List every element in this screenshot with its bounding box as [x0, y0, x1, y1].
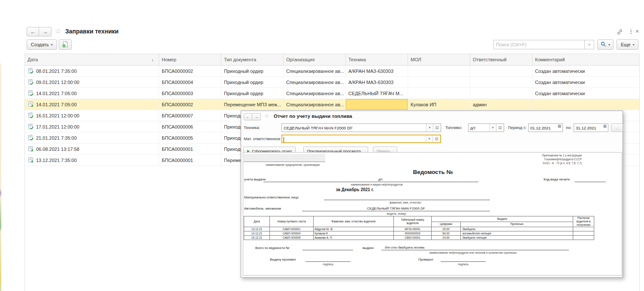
chevron-down-icon: ▾: [608, 43, 610, 47]
cell-responsible: админ: [470, 99, 532, 110]
dialog-back-button[interactable]: ←: [244, 113, 252, 120]
vehicle-dropdown-icon[interactable]: ▾: [426, 124, 433, 132]
column-header-responsible[interactable]: Ответственный: [470, 54, 532, 65]
cell-comment: Создан автоматически: [532, 88, 639, 99]
cell-vehicle: А/КРАН МАЗ-630303: [346, 66, 408, 76]
period-from-input[interactable]: [529, 124, 556, 132]
table-row[interactable]: 09.01.2021 12:00:00БПСА0000004Приходный …: [25, 77, 639, 88]
table-row[interactable]: 08.01.2021 7:35:00БПСА0000002Приходный о…: [25, 66, 639, 77]
page-title: Заправки техники: [65, 28, 118, 35]
document-posted-icon: [27, 79, 36, 85]
calendar-icon[interactable]: ▦: [602, 124, 608, 132]
report-title: Ведомость №: [243, 169, 623, 175]
report-cell-driver: Абдулов Ю. В.: [314, 227, 394, 231]
mol-filter-input[interactable]: [284, 135, 426, 142]
vehicle-filter-input[interactable]: [282, 124, 426, 132]
dialog-forward-button[interactable]: →: [252, 113, 261, 120]
copy-document-button[interactable]: [59, 39, 72, 50]
cell-date: 08.01.2021 7:35:00: [25, 66, 159, 76]
fuel-dropdown-icon[interactable]: ▾: [489, 124, 496, 132]
cell-vehicle: А/КРАН МАЗ-630303: [346, 77, 408, 87]
column-header-organization[interactable]: Организация: [284, 54, 346, 65]
close-window-icon[interactable]: ×: [635, 28, 639, 35]
cell-vehicle: СЕДЕЛЬНЫЙ ТЯГАЧ М...: [346, 88, 408, 99]
print-code-label: Код вида печати: [544, 177, 570, 181]
report-cell-date: 15.12.21: [244, 236, 270, 240]
vehicle-filter-label: Техника:: [244, 125, 260, 130]
mol-open-icon[interactable]: ⊡: [432, 135, 440, 142]
appendix-line: Госкомнефтепродукта СССР: [542, 157, 582, 161]
column-header-number[interactable]: Номер: [159, 54, 221, 65]
mol-filter-field: ▾ ⊡: [281, 135, 441, 143]
column-label: Номер: [162, 57, 176, 62]
report-col-receipt: Расписка водителя в получении: [573, 216, 594, 227]
table-row[interactable]: 14.01.2021 7:05:00БПСА0000002Перемещение…: [25, 99, 639, 110]
column-header-comment[interactable]: Комментарий: [532, 54, 639, 65]
search-group: ×: [493, 40, 594, 49]
cell-date: 16.01.2021 12:00:00: [25, 110, 159, 121]
report-cell-words: восемьдесят четыре: [461, 231, 573, 236]
table-row[interactable]: 14.01.2021 7:05:00БПСА0000003Приходный о…: [25, 88, 639, 99]
more-button-label: Еще: [621, 42, 630, 47]
report-period: за Декабрь 2021 г.: [290, 187, 419, 192]
report-vehicle-label: Автомобиль, механизм: [244, 207, 281, 210]
report-table: Дата Номер путевого листа Фамилия, имя, …: [244, 216, 594, 240]
total-sublabel: наименование нефтепродукта или талонов и…: [387, 251, 559, 254]
period-to-input[interactable]: [574, 124, 602, 132]
favorite-star-icon[interactable]: ☆: [55, 27, 61, 35]
cell-organization: Специализированное ав...: [284, 99, 346, 110]
column-header-date[interactable]: Дата ↓: [25, 54, 159, 65]
appendix-note: Приложение № 1 к инструкции Госкомнефтеп…: [542, 153, 582, 165]
cell-date: 21.01.2021 7:35:00: [25, 132, 159, 143]
document-moved-icon: [27, 157, 36, 163]
fuel-value-on-line: д/т: [355, 177, 406, 181]
vehicle-open-icon[interactable]: ⊡: [433, 124, 441, 132]
cell-date: 17.01.2021 12:00:00: [25, 121, 159, 132]
calendar-icon[interactable]: ▦: [556, 124, 562, 132]
report-cell-tab-no: МГ00-00001: [394, 227, 432, 231]
report-table-row: 15.12.21САБП-000005Акимова А. П.СВ00-000…: [244, 236, 594, 240]
cell-doc-type: Приходный ордер: [221, 66, 284, 76]
create-button[interactable]: Создать ▾: [27, 39, 57, 50]
cell-vehicle: [346, 99, 408, 110]
report-cell-tab-no: 0000000003: [394, 231, 432, 236]
column-header-doc-type[interactable]: Тип документа: [221, 54, 284, 65]
cell-doc-type: Перемещение МПЗ меж...: [221, 99, 284, 110]
link-icon[interactable]: [617, 29, 623, 37]
report-cell-sheet-no: САБП-000004: [270, 231, 314, 236]
cell-organization: Специализированное ав...: [284, 88, 346, 99]
search-button[interactable]: ▾: [597, 39, 614, 50]
report-col-words: Прописью: [461, 222, 573, 227]
report-col-digits: Цифрами: [432, 222, 461, 227]
column-header-vehicle[interactable]: Техника: [346, 54, 408, 65]
mol-dropdown-icon[interactable]: ▾: [426, 135, 432, 142]
fuel-filter-input[interactable]: [469, 124, 489, 132]
back-button[interactable]: ←: [27, 27, 39, 36]
appendix-line: Приложение № 1 к инструкции: [542, 153, 582, 157]
document-posted-icon: [27, 135, 36, 141]
period-more-button[interactable]: ...: [611, 123, 623, 132]
report-table-row: 14.12.21САБП-000004Кулаков И.00000000038…: [244, 231, 594, 236]
report-cell-date: 14.12.21: [244, 231, 270, 236]
cell-number: БПСА0000007: [159, 110, 221, 121]
organization-name-box: [244, 154, 325, 162]
more-button[interactable]: Еще ▾: [617, 39, 638, 50]
search-input[interactable]: [493, 40, 585, 49]
kebab-menu-icon[interactable]: ⋮: [628, 28, 634, 35]
report-col-tab-no: Табельный номер водителя: [394, 216, 432, 227]
cell-responsible: [470, 88, 532, 99]
dialog-favorite-star-icon[interactable]: ☆: [264, 113, 269, 119]
forward-button[interactable]: →: [39, 27, 51, 36]
document-posted-icon: [27, 112, 36, 119]
column-header-mol[interactable]: МОЛ: [408, 54, 470, 65]
cell-mol: [408, 66, 470, 76]
search-clear-icon[interactable]: ×: [585, 40, 594, 49]
fuel-open-icon[interactable]: ⊡: [496, 124, 504, 132]
cell-mol: [408, 88, 470, 99]
cell-comment: Создан автоматически: [532, 77, 639, 87]
cell-comment: [532, 99, 639, 110]
column-label: Ответственный: [473, 57, 507, 62]
cell-doc-type: Приходный ордер: [221, 88, 284, 99]
column-label: Техника: [348, 57, 366, 62]
cell-comment: Создан автоматически: [532, 66, 639, 76]
